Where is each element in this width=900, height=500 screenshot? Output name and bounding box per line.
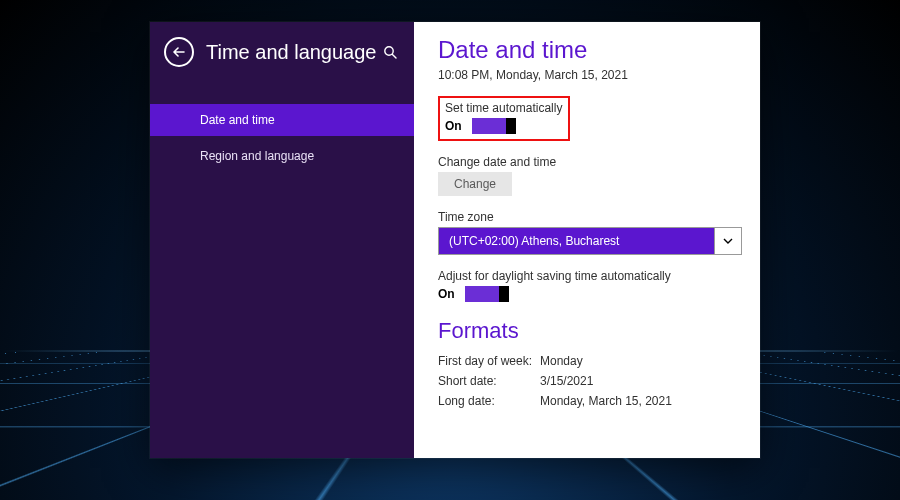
format-value: Monday — [540, 354, 583, 368]
search-icon[interactable] — [380, 45, 400, 59]
format-value: Monday, March 15, 2021 — [540, 394, 672, 408]
content-pane[interactable]: Date and time 10:08 PM, Monday, March 15… — [414, 22, 760, 458]
format-value: 3/15/2021 — [540, 374, 593, 388]
timezone-label: Time zone — [438, 210, 742, 224]
change-date-time-label: Change date and time — [438, 155, 742, 169]
sidebar-nav: Date and time Region and language — [150, 104, 414, 172]
set-time-auto-highlight: Set time automatically On — [438, 96, 570, 141]
heading-formats: Formats — [438, 318, 742, 344]
format-key: Long date: — [438, 394, 540, 408]
dst-state: On — [438, 287, 455, 301]
format-row-first-day: First day of week: Monday — [438, 354, 742, 368]
timezone-select[interactable]: (UTC+02:00) Athens, Bucharest — [438, 227, 742, 255]
sidebar-item-date-time[interactable]: Date and time — [150, 104, 414, 136]
settings-window: Time and language Date and time Region a… — [150, 22, 760, 458]
format-key: Short date: — [438, 374, 540, 388]
svg-line-1 — [392, 54, 396, 58]
sidebar-title: Time and language — [206, 41, 380, 64]
format-row-short-date: Short date: 3/15/2021 — [438, 374, 742, 388]
sidebar: Time and language Date and time Region a… — [150, 22, 414, 458]
change-button[interactable]: Change — [438, 172, 512, 196]
current-datetime: 10:08 PM, Monday, March 15, 2021 — [438, 68, 742, 82]
set-time-auto-toggle[interactable] — [472, 118, 516, 134]
set-time-auto-state: On — [445, 119, 462, 133]
heading-date-time: Date and time — [438, 36, 742, 64]
chevron-down-icon[interactable] — [714, 228, 741, 254]
dst-toggle[interactable] — [465, 286, 509, 302]
dst-label: Adjust for daylight saving time automati… — [438, 269, 742, 283]
format-row-long-date: Long date: Monday, March 15, 2021 — [438, 394, 742, 408]
back-button[interactable] — [164, 37, 194, 67]
timezone-value: (UTC+02:00) Athens, Bucharest — [439, 228, 714, 254]
format-key: First day of week: — [438, 354, 540, 368]
sidebar-item-region-language[interactable]: Region and language — [150, 140, 414, 172]
set-time-auto-label: Set time automatically — [445, 101, 562, 115]
